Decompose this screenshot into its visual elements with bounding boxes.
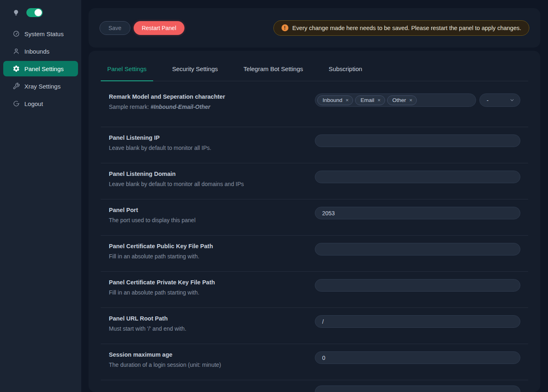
form-row-partial (101, 380, 528, 392)
app-root: System Status Inbounds Panel Settings Xr… (0, 0, 548, 392)
field-description: Sample remark: #Inbound-Email-Other (109, 104, 315, 110)
user-icon (13, 48, 20, 55)
tag-remove-icon[interactable]: × (377, 97, 381, 103)
panel-port-input[interactable] (315, 207, 520, 219)
wrench-icon (13, 82, 20, 90)
main-area: Save Restart Panel ! Every change made h… (81, 0, 548, 392)
field-label: Panel Certificate Private Key File Path (109, 279, 315, 286)
field-label: Panel Port (109, 207, 315, 213)
field-description: Fill in an absolute path starting with. (109, 289, 315, 296)
form-row-panel-listening-ip: Panel Listening IP Leave blank by defaul… (101, 127, 528, 163)
form-row-panel-port: Panel Port The port used to display this… (101, 199, 528, 236)
sidebar-nav: System Status Inbounds Panel Settings Xr… (0, 26, 81, 111)
tab-telegram-bot-settings[interactable]: Telegram Bot Settings (237, 57, 310, 81)
tag-remove-icon[interactable]: × (346, 97, 349, 103)
form-row-cert-public-key-path: Panel Certificate Public Key File Path F… (101, 236, 528, 272)
gear-icon (13, 65, 20, 72)
sidebar-item-logout[interactable]: Logout (3, 96, 78, 111)
sidebar-item-inbounds[interactable]: Inbounds (3, 43, 78, 59)
sidebar: System Status Inbounds Panel Settings Xr… (0, 0, 81, 392)
tag-email: Email× (355, 95, 385, 105)
logout-icon (13, 100, 20, 107)
field-label: Remark Model and Seperation charachter (109, 93, 315, 100)
sample-remark-value: #Inbound-Email-Other (151, 104, 210, 110)
toolbar: Save Restart Panel ! Every change made h… (89, 8, 540, 48)
partial-input[interactable] (315, 386, 520, 392)
tab-subscription[interactable]: Subscription (322, 57, 369, 81)
alert-text: Every change made here needs to be saved… (292, 25, 521, 31)
cert-public-key-path-input[interactable] (315, 243, 520, 256)
sidebar-item-xray-settings[interactable]: Xray Settings (3, 78, 78, 94)
warning-alert: ! Every change made here needs to be sav… (273, 20, 529, 36)
field-description: Leave blank by default to monitor all IP… (109, 145, 315, 151)
field-label: Panel URL Root Path (109, 315, 315, 322)
panel-url-root-path-input[interactable] (315, 315, 520, 328)
sidebar-item-label: Logout (24, 100, 43, 107)
field-label: Panel Listening Domain (109, 171, 315, 177)
tab-panel-settings[interactable]: Panel Settings (101, 57, 153, 81)
session-max-age-input[interactable] (315, 351, 520, 364)
form-row-remark-model: Remark Model and Seperation charachter S… (101, 81, 528, 127)
tag-inbound: Inbound× (317, 95, 353, 105)
lightbulb-icon (13, 9, 19, 16)
tag-label: Email (360, 97, 374, 103)
field-description: Leave blank by default to monitor all do… (109, 181, 315, 187)
field-description: Fill in an absolute path starting with. (109, 253, 315, 260)
tag-other: Other× (387, 95, 417, 105)
form-row-session-max-age: Session maximum age The duration of a lo… (101, 344, 528, 380)
toggle-knob (35, 9, 42, 16)
select-value: - (487, 97, 489, 104)
sidebar-item-system-status[interactable]: System Status (3, 26, 78, 41)
sidebar-item-label: Xray Settings (24, 83, 61, 90)
cert-private-key-path-input[interactable] (315, 279, 520, 292)
form-row-panel-listening-domain: Panel Listening Domain Leave blank by de… (101, 163, 528, 199)
warning-circle-icon: ! (282, 24, 288, 31)
sidebar-item-panel-settings[interactable]: Panel Settings (3, 61, 78, 76)
panel-listening-domain-input[interactable] (315, 171, 520, 183)
theme-toggle[interactable] (26, 8, 43, 17)
form-row-panel-url-root-path: Panel URL Root Path Must start with '/' … (101, 308, 528, 344)
tag-label: Other (392, 97, 406, 103)
sample-remark-prefix: Sample remark: (109, 104, 151, 110)
field-label: Session maximum age (109, 351, 315, 358)
field-description: The duration of a login session (unit: m… (109, 362, 315, 368)
settings-panel: Panel Settings Security Settings Telegra… (89, 51, 540, 392)
tab-security-settings[interactable]: Security Settings (166, 57, 225, 81)
chevron-down-icon (509, 97, 515, 103)
panel-listening-ip-input[interactable] (315, 134, 520, 147)
tag-label: Inbound (323, 97, 342, 103)
sidebar-item-label: System Status (24, 30, 64, 37)
field-label: Panel Certificate Public Key File Path (109, 243, 315, 249)
sidebar-item-label: Panel Settings (24, 65, 64, 72)
remark-model-multiselect[interactable]: Inbound× Email× Other× (315, 93, 476, 107)
form-row-cert-private-key-path: Panel Certificate Private Key File Path … (101, 272, 528, 308)
field-label: Panel Listening IP (109, 134, 315, 141)
tabs-bar: Panel Settings Security Settings Telegra… (101, 51, 528, 81)
dashboard-icon (13, 30, 20, 37)
tag-remove-icon[interactable]: × (409, 97, 413, 103)
field-description: Must start with '/' and end with. (109, 325, 315, 332)
save-button[interactable]: Save (100, 21, 130, 35)
field-description: The port used to display this panel (109, 217, 315, 223)
sidebar-item-label: Inbounds (24, 48, 50, 55)
restart-panel-button[interactable]: Restart Panel (134, 21, 184, 35)
theme-row (0, 7, 81, 18)
separation-character-select[interactable]: - (479, 93, 520, 107)
